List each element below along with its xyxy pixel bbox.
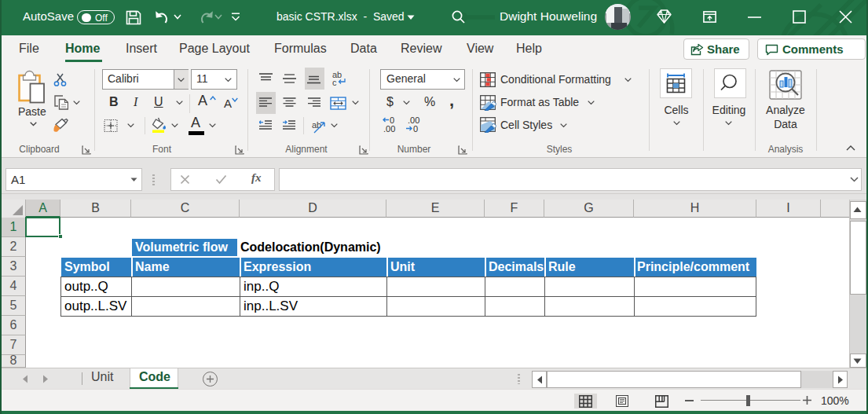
svg-text:0: 0 xyxy=(413,124,418,134)
svg-text:ab: ab xyxy=(312,120,321,130)
svg-text:c: c xyxy=(332,78,337,86)
svg-text:.00: .00 xyxy=(383,124,395,134)
